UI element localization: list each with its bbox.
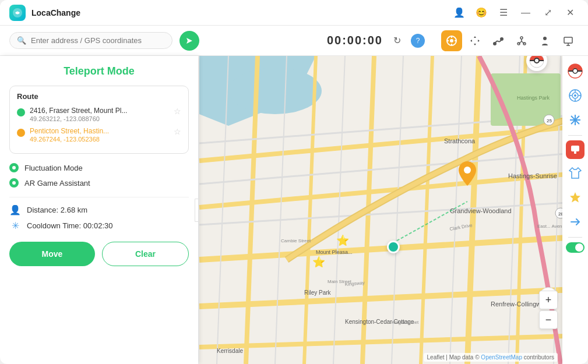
close-button[interactable]: ✕	[561, 4, 579, 22]
route-name-2: Penticton Street, Hastin...	[30, 127, 169, 135]
svg-point-66	[536, 59, 538, 62]
sidebar-divider-1	[568, 135, 582, 136]
cooldown-text: Cooldown Time: 00:02:30	[27, 221, 112, 230]
distance-text: Distance: 2.68 km	[27, 206, 87, 214]
leaflet-text: Leaflet	[427, 354, 445, 361]
svg-text:25: 25	[547, 118, 552, 123]
app-logo	[9, 5, 26, 21]
orange-pin-marker	[459, 161, 476, 188]
send-button[interactable]	[179, 31, 199, 51]
menu-button[interactable]: ☰	[495, 4, 512, 22]
right-sidebar	[562, 56, 588, 364]
minimize-button[interactable]: —	[517, 4, 534, 22]
search-box: 🔍	[9, 32, 172, 49]
clear-button[interactable]: Clear	[102, 242, 189, 266]
mode-multi-button[interactable]	[511, 30, 532, 51]
sidebar-location-button[interactable]	[565, 85, 586, 106]
svg-point-2	[450, 39, 453, 43]
fluctuation-mode-option[interactable]: Fluctuation Mode	[9, 163, 189, 172]
mode-icons	[441, 30, 579, 51]
sidebar-star-button[interactable]	[565, 187, 586, 208]
map-area[interactable]: Hastings Park Strathcona Hastings-Sunris…	[198, 56, 588, 364]
route-item-1: 2416, Fraser Street, Mount Pl... 49.2632…	[17, 107, 181, 122]
svg-rect-83	[574, 151, 576, 154]
svg-text:Mount Pleasa...: Mount Pleasa...	[316, 249, 353, 255]
svg-point-73	[574, 94, 576, 97]
titlebar: LocaChange 👤 😊 ☰ — ⤢ ✕	[0, 0, 588, 26]
route-section: Route 2416, Fraser Street, Mount Pl... 4…	[9, 86, 189, 154]
distance-row: 👤 Distance: 2.68 km	[9, 204, 189, 215]
mode-move-button[interactable]	[464, 30, 485, 51]
toolbar: 🔍 00:00:00 ↻ ?	[0, 26, 588, 56]
map-attribution: Leaflet | Map data © OpenStreetMap contr…	[424, 353, 558, 362]
svg-point-17	[228, 68, 322, 114]
ar-game-option[interactable]: AR Game Assistant	[9, 178, 189, 188]
svg-text:Knight Street: Knight Street	[392, 320, 419, 325]
attribution-separator: | Map data ©	[446, 354, 481, 361]
sidebar-shirt-button[interactable]	[565, 162, 586, 183]
timer-help-button[interactable]: ?	[411, 34, 425, 48]
main-content: Teleport Mode Route 2416, Fraser Street,…	[0, 56, 588, 364]
star-marker-2: ⭐	[312, 256, 325, 268]
sidebar-divider-2	[568, 237, 582, 238]
svg-point-62	[464, 167, 471, 174]
svg-marker-84	[570, 192, 580, 203]
profile-button[interactable]: 👤	[450, 4, 468, 22]
titlebar-left: LocaChange	[9, 5, 80, 21]
svg-text:Cambie Street: Cambie Street	[281, 238, 311, 243]
mode-route-button[interactable]	[488, 30, 509, 51]
cooldown-row: ✳ Cooldown Time: 00:02:30	[9, 220, 189, 231]
fluctuation-radio	[9, 163, 19, 172]
route-item-1-content: 2416, Fraser Street, Mount Pl... 49.2632…	[30, 107, 169, 122]
svg-text:Riley Park: Riley Park	[304, 289, 332, 296]
svg-rect-13	[564, 37, 572, 43]
action-buttons: Move Clear	[9, 242, 189, 266]
svg-text:Main Street: Main Street	[328, 279, 352, 284]
sidebar-arrow-button[interactable]	[565, 211, 586, 232]
svg-text:Kerrisdale: Kerrisdale	[217, 348, 243, 354]
zoom-in-button[interactable]: +	[539, 291, 558, 309]
route-star-1[interactable]: ☆	[174, 107, 181, 116]
route-item-2-content: Penticton Street, Hastin... 49.267244, -…	[30, 127, 169, 143]
left-panel: Teleport Mode Route 2416, Fraser Street,…	[0, 56, 198, 364]
svg-point-12	[543, 37, 547, 40]
move-button[interactable]: Move	[9, 242, 95, 266]
route-dot-orange	[17, 129, 25, 137]
timer-refresh-button[interactable]: ↻	[389, 33, 405, 49]
route-coords-2: 49.267244, -123.052368	[30, 136, 169, 143]
timer-display: 00:00:00	[327, 34, 383, 47]
route-name-1: 2416, Fraser Street, Mount Pl...	[30, 107, 169, 115]
ar-game-radio	[9, 178, 19, 188]
sidebar-toggle[interactable]	[566, 242, 585, 253]
mode-teleport-button[interactable]	[441, 30, 462, 51]
panel-title: Teleport Mode	[9, 65, 189, 77]
distance-label: Distance:	[27, 206, 58, 214]
svg-text:Strathcona: Strathcona	[444, 137, 476, 144]
map-zoom-controls: + −	[539, 291, 558, 329]
sidebar-paint-button[interactable]	[566, 140, 585, 159]
svg-point-8	[501, 38, 503, 40]
maximize-button[interactable]: ⤢	[539, 4, 557, 22]
panel-collapse-button[interactable]: ‹	[195, 199, 198, 222]
route-coords-1: 49.263212, -123.088760	[30, 115, 169, 122]
info-section: 👤 Distance: 2.68 km ✳ Cooldown Time: 00:…	[9, 197, 189, 231]
route-item-2: Penticton Street, Hastin... 49.267244, -…	[17, 127, 181, 143]
mode-person-button[interactable]	[534, 30, 555, 51]
cooldown-value: 00:02:30	[83, 221, 113, 230]
svg-text:Grandview-Woodland: Grandview-Woodland	[450, 207, 512, 214]
sidebar-pokeball-button[interactable]	[565, 61, 586, 82]
map-canvas: Hastings Park Strathcona Hastings-Sunris…	[198, 56, 588, 364]
cooldown-icon: ✳	[9, 220, 21, 231]
route-star-2[interactable]: ☆	[174, 127, 181, 136]
svg-point-7	[494, 43, 496, 45]
search-icon: 🔍	[17, 36, 26, 45]
search-input[interactable]	[31, 36, 147, 45]
mode-screen-button[interactable]	[558, 30, 579, 51]
sidebar-asterisk-button[interactable]	[565, 109, 586, 130]
route-label: Route	[17, 92, 181, 101]
osm-link[interactable]: OpenStreetMap	[481, 354, 522, 361]
zoom-out-button[interactable]: −	[539, 310, 558, 329]
svg-point-11	[520, 37, 523, 39]
svg-text:Hastings-Sunrise: Hastings-Sunrise	[508, 172, 557, 179]
emoji-button[interactable]: 😊	[473, 4, 490, 22]
